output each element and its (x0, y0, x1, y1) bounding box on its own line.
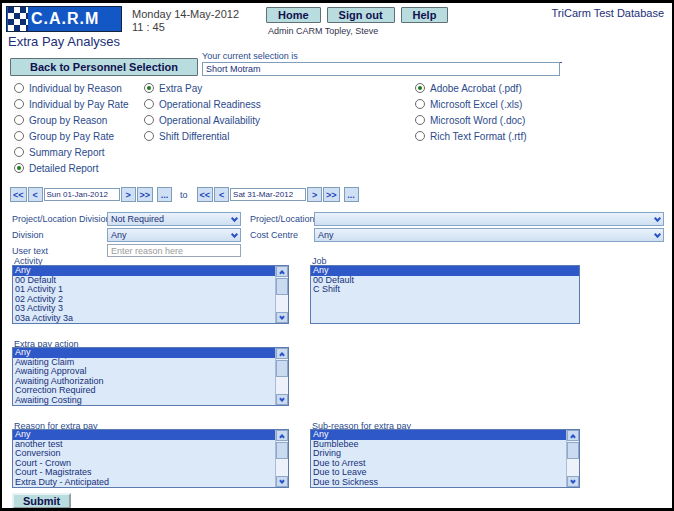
scrollbar-thumb[interactable] (276, 442, 288, 459)
reason-listbox[interactable]: Any another test Conversion Court - Crow… (12, 429, 289, 488)
radio-group-by-reason[interactable]: Group by Reason (14, 114, 129, 126)
list-option[interactable]: Awaiting Costing (13, 396, 275, 406)
radio-individual-by-pay-rate[interactable]: Individual by Pay Rate (14, 98, 129, 110)
chevron-up-icon (570, 434, 576, 440)
checkered-flag-icon (8, 7, 28, 31)
project-location-select[interactable] (314, 212, 664, 226)
list-option[interactable]: Bumblebee (311, 440, 566, 450)
from-date-first-button[interactable]: << (10, 187, 27, 202)
to-date-last-button[interactable]: >> (323, 187, 340, 202)
scrollbar-thumb[interactable] (276, 360, 288, 377)
radio-label: Rich Text Format (.rtf) (430, 131, 527, 142)
radio-shift-differential[interactable]: Shift Differential (144, 130, 261, 142)
list-option[interactable]: C Shift (311, 285, 579, 295)
radio-individual-by-reason[interactable]: Individual by Reason (14, 82, 129, 94)
radio-label: Individual by Reason (29, 83, 122, 94)
scroll-down-button[interactable] (567, 476, 579, 487)
radio-detailed-report[interactable]: Detailed Report (14, 162, 129, 174)
chevron-down-icon (231, 215, 238, 222)
list-option[interactable]: Extra Duty - Anticipated (13, 478, 275, 488)
back-to-personnel-selection-button[interactable]: Back to Personnel Selection (10, 58, 198, 76)
carm-logo: C.A.R.M (6, 6, 122, 32)
radio-icon (14, 83, 24, 93)
radio-rich-text-format-rtf[interactable]: Rich Text Format (.rtf) (415, 130, 527, 142)
logged-in-user: Admin CARM Topley, Steve (268, 26, 378, 36)
select-value: Not Required (111, 214, 164, 224)
chevron-down-icon (279, 314, 285, 320)
submit-button[interactable]: Submit (12, 493, 71, 509)
chevron-up-icon (279, 434, 285, 440)
extra-pay-action-listbox[interactable]: Any Awaiting Claim Awaiting Approval Awa… (12, 347, 289, 406)
extra-pay-action-options: Any Awaiting Claim Awaiting Approval Awa… (13, 348, 275, 405)
scroll-down-button[interactable] (276, 312, 288, 323)
radio-extra-pay[interactable]: Extra Pay (144, 82, 261, 94)
current-selection-field[interactable] (202, 62, 560, 76)
division-label: Division (12, 230, 44, 240)
date-range-to-label: to (180, 190, 188, 200)
radio-icon (14, 163, 24, 173)
scrollbar-thumb[interactable] (276, 278, 288, 295)
from-date-picker-button[interactable]: ... (157, 187, 172, 202)
select-value: Any (111, 230, 127, 240)
scroll-up-button[interactable] (276, 266, 288, 277)
radio-label: Summary Report (29, 147, 105, 158)
radio-group-by-pay-rate[interactable]: Group by Pay Rate (14, 130, 129, 142)
radio-label: Adobe Acrobat (.pdf) (430, 83, 522, 94)
list-option[interactable]: 00 Default (311, 276, 579, 286)
list-option[interactable]: 03a Activity 3a (13, 314, 275, 324)
scrollbar[interactable] (275, 430, 288, 487)
scroll-down-button[interactable] (276, 394, 288, 405)
scroll-down-button[interactable] (276, 476, 288, 487)
chevron-down-icon (279, 478, 285, 484)
from-date-next-button[interactable]: > (121, 187, 136, 202)
radio-operational-availability[interactable]: Operational Availability (144, 114, 261, 126)
project-location-division-select[interactable]: Not Required (107, 212, 241, 226)
to-date-field[interactable] (230, 188, 306, 201)
division-select[interactable]: Any (107, 228, 241, 242)
chevron-up-icon (279, 352, 285, 358)
radio-icon (144, 99, 154, 109)
to-date-next-button[interactable]: > (307, 187, 322, 202)
from-date-last-button[interactable]: >> (137, 187, 154, 202)
job-options: Any 00 Default C Shift (311, 266, 579, 323)
help-button[interactable]: Help (401, 7, 449, 23)
scrollbar[interactable] (275, 348, 288, 405)
radio-label: Microsoft Excel (.xls) (430, 99, 522, 110)
radio-adobe-acrobat-pdf[interactable]: Adobe Acrobat (.pdf) (415, 82, 527, 94)
date-range-selector: << < > >> ... to << < > >> ... (10, 187, 360, 202)
radio-microsoft-excel-xls[interactable]: Microsoft Excel (.xls) (415, 98, 527, 110)
radio-icon (415, 115, 425, 125)
scroll-up-button[interactable] (276, 430, 288, 441)
sign-out-button[interactable]: Sign out (327, 7, 395, 23)
activity-listbox[interactable]: Any 00 Default 01 Activity 1 02 Activity… (12, 265, 289, 324)
scroll-up-button[interactable] (276, 348, 288, 359)
chevron-down-icon (231, 231, 238, 238)
from-date-field[interactable] (44, 188, 120, 201)
report-type-radio-group: Individual by Reason Individual by Pay R… (14, 82, 129, 178)
radio-operational-readiness[interactable]: Operational Readiness (144, 98, 261, 110)
job-listbox[interactable]: Any 00 Default C Shift (310, 265, 580, 324)
scrollbar[interactable] (275, 266, 288, 323)
radio-label: Group by Pay Rate (29, 131, 114, 142)
to-date-prev-button[interactable]: < (214, 187, 229, 202)
radio-icon (144, 115, 154, 125)
cost-centre-select[interactable]: Any (314, 228, 664, 242)
to-date-first-button[interactable]: << (197, 187, 214, 202)
pay-category-radio-group: Extra Pay Operational Readiness Operatio… (144, 82, 261, 146)
radio-label: Microsoft Word (.doc) (430, 115, 525, 126)
from-date-prev-button[interactable]: < (28, 187, 43, 202)
scrollbar-thumb[interactable] (567, 442, 579, 459)
radio-microsoft-word-doc[interactable]: Microsoft Word (.doc) (415, 114, 527, 126)
scrollbar[interactable] (566, 430, 579, 487)
to-date-picker-button[interactable]: ... (344, 187, 359, 202)
current-date: Monday 14-May-2012 (132, 8, 239, 21)
scroll-up-button[interactable] (567, 430, 579, 441)
chevron-up-icon (279, 270, 285, 276)
page-title: Extra Pay Analyses (8, 34, 120, 49)
sub-reason-listbox[interactable]: Any Bumblebee Driving Due to Arrest Due … (310, 429, 580, 488)
home-button[interactable]: Home (266, 7, 321, 23)
list-option[interactable]: Due to Sickness (311, 478, 566, 488)
user-text-field[interactable] (107, 244, 241, 257)
radio-summary-report[interactable]: Summary Report (14, 146, 129, 158)
radio-label: Operational Readiness (159, 99, 261, 110)
